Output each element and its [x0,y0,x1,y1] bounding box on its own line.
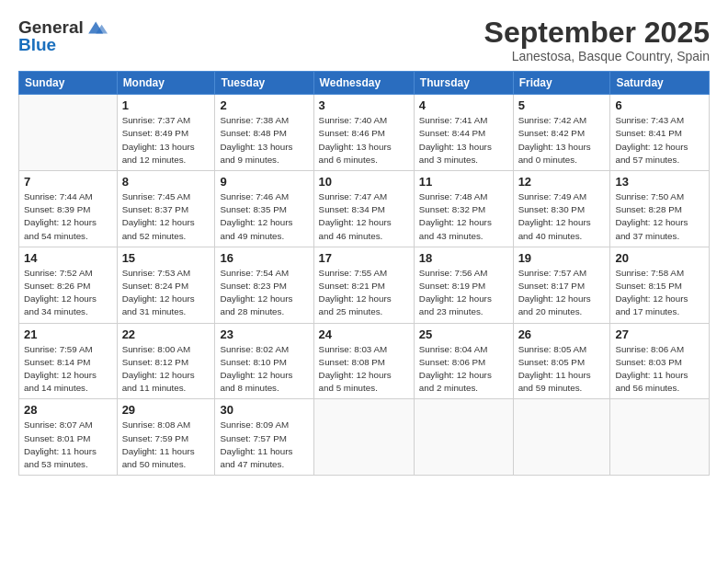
day-info: Sunrise: 7:48 AMSunset: 8:32 PMDaylight:… [419,190,508,243]
logo-icon [85,17,108,39]
day-info: Sunrise: 7:49 AMSunset: 8:30 PMDaylight:… [518,190,606,243]
day-number: 13 [615,175,704,189]
day-number: 16 [220,251,308,265]
day-info: Sunrise: 7:45 AMSunset: 8:37 PMDaylight:… [122,190,210,243]
day-number: 10 [319,175,409,189]
day-number: 18 [419,251,508,265]
day-info: Sunrise: 8:09 AMSunset: 7:57 PMDaylight:… [220,419,308,471]
calendar-cell [610,399,710,476]
day-number: 20 [615,251,704,265]
day-number: 21 [24,327,112,341]
week-row-2: 7Sunrise: 7:44 AMSunset: 8:39 PMDaylight… [19,171,710,247]
day-number: 7 [24,175,112,189]
calendar-table: SundayMondayTuesdayWednesdayThursdayFrid… [18,71,710,476]
calendar-cell [19,95,118,171]
day-info: Sunrise: 7:54 AMSunset: 8:23 PMDaylight:… [220,267,308,319]
day-number: 29 [122,403,210,417]
day-info: Sunrise: 7:53 AMSunset: 8:24 PMDaylight:… [122,267,210,319]
calendar-cell: 1Sunrise: 7:37 AMSunset: 8:49 PMDaylight… [117,95,215,171]
day-info: Sunrise: 7:58 AMSunset: 8:15 PMDaylight:… [615,267,704,319]
week-row-4: 21Sunrise: 7:59 AMSunset: 8:14 PMDayligh… [19,323,710,399]
day-info: Sunrise: 7:47 AMSunset: 8:34 PMDaylight:… [319,190,409,243]
day-number: 2 [220,98,308,112]
calendar-cell: 9Sunrise: 7:46 AMSunset: 8:35 PMDaylight… [215,171,313,247]
weekday-header-friday: Friday [513,72,610,95]
calendar-cell: 24Sunrise: 8:03 AMSunset: 8:08 PMDayligh… [313,323,414,399]
day-number: 22 [122,327,210,341]
calendar-cell: 25Sunrise: 8:04 AMSunset: 8:06 PMDayligh… [414,323,513,399]
location: Lanestosa, Basque Country, Spain [484,49,710,63]
week-row-5: 28Sunrise: 8:07 AMSunset: 8:01 PMDayligh… [19,399,710,476]
day-info: Sunrise: 7:46 AMSunset: 8:35 PMDaylight:… [220,190,308,243]
day-number: 25 [419,327,508,341]
day-number: 5 [518,98,606,112]
day-number: 1 [122,98,210,112]
calendar-cell: 22Sunrise: 8:00 AMSunset: 8:12 PMDayligh… [117,323,215,399]
day-number: 12 [518,175,606,189]
day-info: Sunrise: 7:43 AMSunset: 8:41 PMDaylight:… [615,114,704,167]
weekday-header-sunday: Sunday [19,72,118,95]
calendar-cell: 20Sunrise: 7:58 AMSunset: 8:15 PMDayligh… [610,247,710,323]
calendar-cell: 28Sunrise: 8:07 AMSunset: 8:01 PMDayligh… [19,399,118,476]
day-info: Sunrise: 8:02 AMSunset: 8:10 PMDaylight:… [220,343,308,396]
calendar-cell: 26Sunrise: 8:05 AMSunset: 8:05 PMDayligh… [513,323,610,399]
calendar-cell: 13Sunrise: 7:50 AMSunset: 8:28 PMDayligh… [610,171,710,247]
calendar-cell: 7Sunrise: 7:44 AMSunset: 8:39 PMDaylight… [19,171,118,247]
day-number: 27 [615,327,704,341]
weekday-header-thursday: Thursday [414,72,513,95]
day-info: Sunrise: 7:42 AMSunset: 8:42 PMDaylight:… [518,114,606,167]
day-info: Sunrise: 7:50 AMSunset: 8:28 PMDaylight:… [615,190,704,243]
day-info: Sunrise: 7:41 AMSunset: 8:44 PMDaylight:… [419,114,508,167]
month-title: September 2025 [484,17,710,49]
day-number: 11 [419,175,508,189]
day-number: 14 [24,251,112,265]
day-info: Sunrise: 8:04 AMSunset: 8:06 PMDaylight:… [419,343,508,396]
week-row-1: 1Sunrise: 7:37 AMSunset: 8:49 PMDaylight… [19,95,710,171]
day-info: Sunrise: 8:08 AMSunset: 7:59 PMDaylight:… [122,419,210,471]
weekday-header-saturday: Saturday [610,72,710,95]
day-info: Sunrise: 7:52 AMSunset: 8:26 PMDaylight:… [24,267,112,319]
logo: General Blue [18,17,108,55]
calendar-cell: 3Sunrise: 7:40 AMSunset: 8:46 PMDaylight… [313,95,414,171]
calendar-cell: 10Sunrise: 7:47 AMSunset: 8:34 PMDayligh… [313,171,414,247]
calendar-cell: 5Sunrise: 7:42 AMSunset: 8:42 PMDaylight… [513,95,610,171]
calendar-cell: 17Sunrise: 7:55 AMSunset: 8:21 PMDayligh… [313,247,414,323]
calendar-cell: 29Sunrise: 8:08 AMSunset: 7:59 PMDayligh… [117,399,215,476]
calendar-cell: 6Sunrise: 7:43 AMSunset: 8:41 PMDaylight… [610,95,710,171]
calendar-cell: 27Sunrise: 8:06 AMSunset: 8:03 PMDayligh… [610,323,710,399]
day-number: 3 [319,98,409,112]
day-number: 28 [24,403,112,417]
calendar-cell: 21Sunrise: 7:59 AMSunset: 8:14 PMDayligh… [19,323,118,399]
calendar-cell: 30Sunrise: 8:09 AMSunset: 7:57 PMDayligh… [215,399,313,476]
calendar-cell: 14Sunrise: 7:52 AMSunset: 8:26 PMDayligh… [19,247,118,323]
header: General Blue September 2025 Lanestosa, B… [18,17,710,63]
day-info: Sunrise: 8:06 AMSunset: 8:03 PMDaylight:… [615,343,704,396]
weekday-header-row: SundayMondayTuesdayWednesdayThursdayFrid… [19,72,710,95]
day-info: Sunrise: 7:56 AMSunset: 8:19 PMDaylight:… [419,267,508,319]
day-info: Sunrise: 7:40 AMSunset: 8:46 PMDaylight:… [319,114,409,167]
day-info: Sunrise: 7:55 AMSunset: 8:21 PMDaylight:… [319,267,409,319]
day-number: 26 [518,327,606,341]
weekday-header-monday: Monday [117,72,215,95]
calendar-cell: 19Sunrise: 7:57 AMSunset: 8:17 PMDayligh… [513,247,610,323]
day-number: 23 [220,327,308,341]
calendar-cell: 4Sunrise: 7:41 AMSunset: 8:44 PMDaylight… [414,95,513,171]
calendar-cell: 16Sunrise: 7:54 AMSunset: 8:23 PMDayligh… [215,247,313,323]
day-info: Sunrise: 8:03 AMSunset: 8:08 PMDaylight:… [319,343,409,396]
title-block: September 2025 Lanestosa, Basque Country… [484,17,710,63]
day-number: 30 [220,403,308,417]
calendar-cell [313,399,414,476]
calendar-cell: 15Sunrise: 7:53 AMSunset: 8:24 PMDayligh… [117,247,215,323]
day-number: 6 [615,98,704,112]
week-row-3: 14Sunrise: 7:52 AMSunset: 8:26 PMDayligh… [19,247,710,323]
day-number: 8 [122,175,210,189]
day-number: 15 [122,251,210,265]
day-info: Sunrise: 8:05 AMSunset: 8:05 PMDaylight:… [518,343,606,396]
day-info: Sunrise: 8:00 AMSunset: 8:12 PMDaylight:… [122,343,210,396]
page: General Blue September 2025 Lanestosa, B… [0,0,728,563]
calendar-cell [414,399,513,476]
weekday-header-tuesday: Tuesday [215,72,313,95]
day-info: Sunrise: 7:38 AMSunset: 8:48 PMDaylight:… [220,114,308,167]
day-info: Sunrise: 7:44 AMSunset: 8:39 PMDaylight:… [24,190,112,243]
day-number: 4 [419,98,508,112]
